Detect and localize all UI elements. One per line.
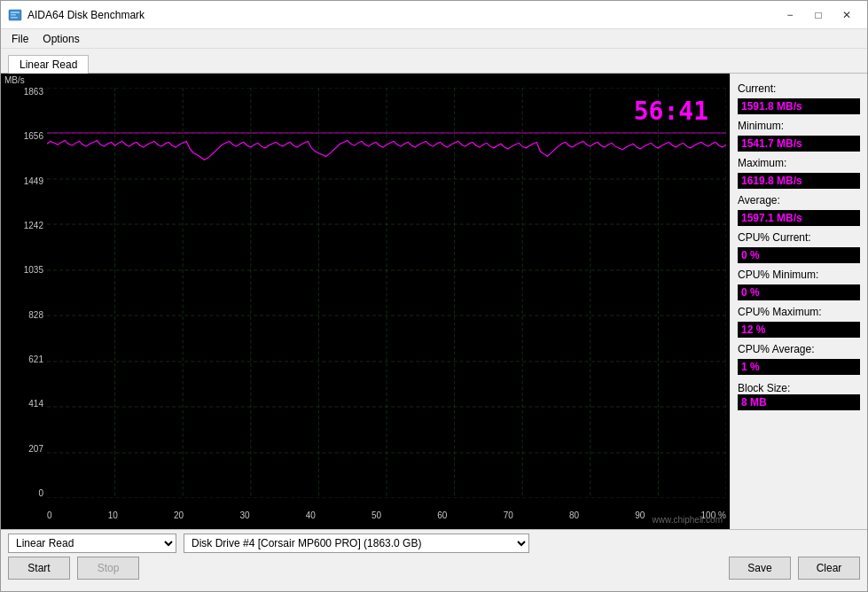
chart-container: MB/s 1863 1656 1449 1242 1035 828 621 41… [1, 81, 730, 529]
cpu-maximum-value: 12 % [738, 322, 860, 338]
cpu-minimum-value: 0 % [738, 284, 860, 300]
main-area: MB/s 1863 1656 1449 1242 1035 828 621 41… [1, 74, 867, 529]
minimize-button[interactable]: − [777, 6, 803, 24]
y-label-414: 414 [28, 400, 43, 409]
cpu-maximum-label: CPU% Maximum: [738, 306, 860, 318]
menu-options[interactable]: Options [35, 31, 86, 47]
chart-plot: 56:41 [47, 88, 726, 498]
cpu-current-value: 0 % [738, 247, 860, 263]
minimum-label: Minimum: [738, 120, 860, 132]
x-label-0: 0 [47, 510, 52, 520]
save-button[interactable]: Save [729, 557, 791, 580]
clear-button[interactable]: Clear [798, 557, 860, 580]
y-label-207: 207 [28, 445, 43, 454]
bottom-row2: Start Stop Save Clear [8, 557, 860, 580]
stop-button[interactable]: Stop [77, 557, 139, 580]
x-label-30: 30 [239, 510, 249, 520]
average-label: Average: [738, 194, 860, 206]
cpu-average-value: 1 % [738, 359, 860, 375]
right-panel: Current: 1591.8 MB/s Minimum: 1541.7 MB/… [730, 74, 867, 529]
svg-rect-2 [11, 14, 16, 16]
current-label: Current: [738, 82, 860, 95]
x-axis: 0 10 20 30 40 50 60 70 80 90 100 % [47, 510, 726, 520]
cpu-minimum-label: CPU% Minimum: [738, 269, 860, 281]
maximum-label: Maximum: [738, 157, 860, 169]
cpu-current-label: CPU% Current: [738, 231, 860, 244]
x-label-60: 60 [437, 510, 447, 520]
block-label: Block Size: [738, 382, 790, 394]
menu-bar: File Options [1, 29, 867, 49]
current-value: 1591.8 MB/s [738, 98, 860, 114]
maximize-button[interactable]: □ [805, 6, 832, 24]
bottom-bar: Linear Read Random Read Linear Write Ran… [1, 529, 867, 591]
y-label-0: 0 [38, 489, 43, 498]
app-icon [8, 8, 22, 22]
x-label-10: 10 [108, 510, 118, 520]
y-label-828: 828 [28, 311, 43, 320]
block-value: 8 MB [738, 394, 860, 410]
x-label-40: 40 [306, 510, 316, 520]
main-window: AIDA64 Disk Benchmark − □ ✕ File Options… [0, 0, 868, 592]
timer-display: 56:41 [634, 97, 708, 126]
maximum-value: 1619.8 MB/s [738, 173, 860, 189]
block-section: Block Size: 8 MB [738, 382, 860, 410]
x-label-20: 20 [174, 510, 184, 520]
chart-svg [47, 88, 726, 498]
x-label-50: 50 [371, 510, 381, 520]
close-button[interactable]: ✕ [833, 6, 860, 24]
y-label-621: 621 [28, 355, 43, 364]
y-label-1863: 1863 [24, 88, 43, 97]
chart-area: MB/s 1863 1656 1449 1242 1035 828 621 41… [1, 74, 730, 529]
watermark: www.chiphell.com [653, 515, 723, 525]
test-type-select[interactable]: Linear Read Random Read Linear Write Ran… [8, 534, 176, 553]
title-bar: AIDA64 Disk Benchmark − □ ✕ [1, 1, 867, 29]
y-axis-unit: MB/s [4, 75, 25, 85]
window-title: AIDA64 Disk Benchmark [27, 9, 145, 21]
y-label-1035: 1035 [24, 266, 43, 275]
tab-linear-read[interactable]: Linear Read [8, 55, 89, 74]
y-label-1656: 1656 [24, 132, 43, 141]
bottom-row1: Linear Read Random Read Linear Write Ran… [8, 534, 860, 553]
start-button[interactable]: Start [8, 557, 70, 580]
average-value: 1597.1 MB/s [738, 210, 860, 226]
tab-bar: Linear Read [1, 49, 867, 74]
title-bar-controls: − □ ✕ [777, 6, 860, 24]
svg-rect-1 [11, 12, 20, 13]
minimum-value: 1541.7 MB/s [738, 136, 860, 152]
x-label-90: 90 [635, 510, 645, 520]
title-bar-left: AIDA64 Disk Benchmark [8, 8, 145, 22]
y-label-1449: 1449 [24, 177, 43, 186]
svg-rect-3 [11, 17, 18, 19]
x-label-80: 80 [569, 510, 579, 520]
x-label-70: 70 [504, 510, 513, 520]
disk-select[interactable]: Disk Drive #4 [Corsair MP600 PRO] (1863.… [184, 534, 529, 553]
y-axis: 1863 1656 1449 1242 1035 828 621 414 207… [1, 88, 47, 498]
y-label-1242: 1242 [24, 222, 43, 230]
cpu-average-label: CPU% Average: [738, 343, 860, 355]
menu-file[interactable]: File [4, 31, 35, 47]
